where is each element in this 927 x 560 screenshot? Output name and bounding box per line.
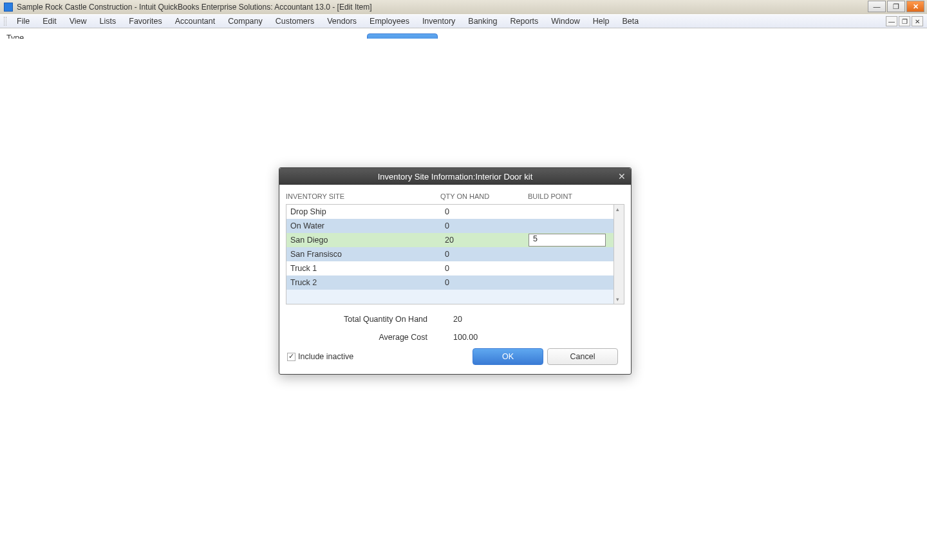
content-area: OK Cancel Notes Custom Fields Spelling P… [0,28,927,39]
menu-vendors[interactable]: Vendors [321,17,363,26]
menu-help[interactable]: Help [586,17,616,26]
maximize-button[interactable]: ❐ [887,1,905,12]
type-label: Type [6,33,364,39]
menu-beta[interactable]: Beta [615,17,645,26]
mdi-minimize[interactable]: — [886,16,897,26]
window-controls: — ❐ ✕ [866,1,924,12]
menu-customers[interactable]: Customers [269,17,321,26]
menu-accountant[interactable]: Accountant [169,17,222,26]
menu-edit[interactable]: Edit [36,17,63,26]
close-button[interactable]: ✕ [906,1,924,12]
menu-inventory[interactable]: Inventory [416,17,462,26]
window-title: Sample Rock Castle Construction - Intuit… [17,3,372,12]
mdi-close[interactable]: ✕ [912,16,923,26]
minimize-button[interactable]: — [868,1,886,12]
mdi-restore[interactable]: ❐ [899,16,910,26]
window-titlebar: Sample Rock Castle Construction - Intuit… [0,0,927,14]
menu-banking[interactable]: Banking [462,17,503,26]
edit-item-form: Type Inventory Assembly Use for inventor… [6,33,364,39]
menu-file[interactable]: File [10,17,36,26]
menu-window[interactable]: Window [545,17,586,26]
menu-employees[interactable]: Employees [363,17,416,26]
ok-button[interactable]: OK [367,33,438,39]
menu-view[interactable]: View [63,17,93,26]
menu-reports[interactable]: Reports [504,17,545,26]
menubar-handle [4,17,6,26]
mdi-controls: — ❐ ✕ [885,16,923,26]
menu-lists[interactable]: Lists [93,17,123,26]
app-icon [4,3,13,12]
menubar: File Edit View Lists Favorites Accountan… [0,14,927,28]
side-buttons: OK Cancel Notes Custom Fields Spelling P… [367,33,439,39]
menu-favorites[interactable]: Favorites [122,17,168,26]
menu-company[interactable]: Company [221,17,269,26]
